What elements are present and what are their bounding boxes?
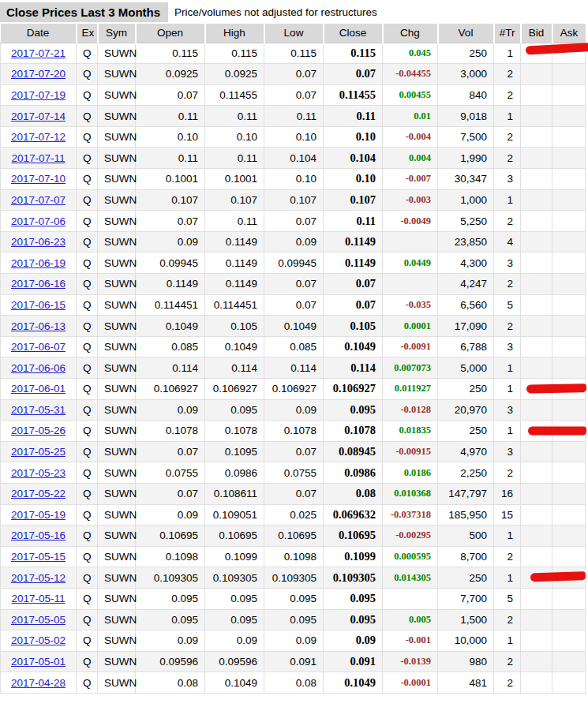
cell-ask [552,274,586,295]
cell-trades: 3 [494,336,521,357]
date-link[interactable]: 2017-06-15 [11,299,66,311]
cell-exchange: Q [77,211,98,232]
cell-ask [552,504,586,526]
table-row: 2017-06-13QSUWN0.10490.1050.10490.1050.0… [1,316,586,337]
cell-trades: 2 [494,609,521,630]
cell-ask [552,462,586,484]
cell-symbol: SUWN [98,211,136,232]
cell-close: 0.091 [324,651,383,672]
cell-close: 0.104 [324,148,383,169]
date-link[interactable]: 2017-07-19 [11,89,66,101]
cell-change: 0.045 [383,43,438,64]
cell-symbol: SUWN [98,630,136,652]
cell-date: 2017-06-23 [1,231,77,253]
cell-open: 0.09 [136,231,205,253]
cell-trades: 1 [494,43,521,64]
cell-bid [521,316,552,337]
cell-date: 2017-05-26 [1,421,77,442]
cell-low: 0.07 [264,64,324,85]
cell-ask [552,336,586,357]
cell-change: -0.0139 [383,651,438,672]
cell-bid [521,231,552,253]
cell-trades: 2 [494,84,521,106]
cell-high: 0.105 [205,316,264,337]
date-link[interactable]: 2017-05-25 [11,446,66,458]
date-link[interactable]: 2017-04-28 [11,677,66,689]
date-link[interactable]: 2017-07-21 [11,47,66,59]
date-link[interactable]: 2017-07-07 [11,194,66,206]
cell-ask [552,630,586,652]
cell-bid [521,43,552,64]
table-row: 2017-06-06QSUWN0.1140.1140.1140.1140.007… [1,357,586,379]
cell-high: 0.095 [205,588,264,609]
cell-symbol: SUWN [98,336,136,357]
cell-bid [521,336,552,357]
cell-bid [521,399,552,421]
cell-high: 0.108611 [205,483,264,504]
date-link[interactable]: 2017-05-02 [11,634,66,646]
date-link[interactable]: 2017-06-16 [11,278,66,290]
date-link[interactable]: 2017-06-19 [11,257,66,269]
cell-low: 0.10 [264,169,324,190]
cell-close: 0.095 [324,588,383,609]
cell-open: 0.1098 [136,546,205,567]
date-link[interactable]: 2017-05-01 [11,656,66,668]
cell-low: 0.08 [264,672,324,694]
cell-ask [552,357,586,379]
cell-change [383,274,438,295]
column-header-ask: Ask [552,24,586,43]
cell-high: 0.1149 [205,231,264,253]
date-link[interactable]: 2017-07-10 [11,173,66,185]
cell-volume: 4,970 [438,441,494,462]
date-link[interactable]: 2017-07-14 [11,110,66,122]
cell-open: 0.1078 [136,421,205,442]
date-link[interactable]: 2017-07-12 [11,131,66,143]
cell-volume: 250 [438,421,494,442]
cell-open: 0.10 [136,126,205,148]
cell-high: 0.1049 [205,336,264,357]
date-link[interactable]: 2017-07-20 [11,68,66,80]
date-link[interactable]: 2017-06-23 [11,236,66,248]
cell-bid [521,651,552,672]
cell-trades: 3 [494,253,521,274]
cell-date: 2017-05-11 [1,588,77,609]
date-link[interactable]: 2017-05-22 [11,488,66,499]
cell-volume: 250 [438,379,494,400]
date-link[interactable]: 2017-06-01 [11,383,66,395]
date-link[interactable]: 2017-06-07 [11,341,66,353]
cell-date: 2017-06-16 [1,274,77,295]
cell-ask [552,526,586,547]
date-link[interactable]: 2017-06-13 [11,320,66,332]
cell-date: 2017-05-15 [1,546,77,567]
date-link[interactable]: 2017-05-15 [11,551,66,563]
date-link[interactable]: 2017-05-05 [11,614,66,626]
cell-date: 2017-06-15 [1,294,77,316]
cell-date: 2017-07-19 [1,84,77,106]
cell-ask [552,316,586,337]
cell-symbol: SUWN [98,588,136,609]
cell-date: 2017-07-06 [1,211,77,232]
cell-volume: 30,347 [438,169,494,190]
date-link[interactable]: 2017-07-06 [11,215,66,227]
date-link[interactable]: 2017-05-31 [11,404,66,416]
cell-low: 0.107 [264,189,324,211]
date-link[interactable]: 2017-05-12 [11,572,66,584]
date-link[interactable]: 2017-06-06 [11,362,66,374]
date-link[interactable]: 2017-05-26 [11,425,66,436]
date-link[interactable]: 2017-05-23 [11,467,66,479]
cell-high: 0.11 [205,106,264,127]
date-link[interactable]: 2017-05-19 [11,509,66,521]
date-link[interactable]: 2017-05-16 [11,529,66,541]
table-row: 2017-05-11QSUWN0.0950.0950.0950.0957,700… [1,588,586,609]
cell-trades: 2 [494,546,521,567]
table-row: 2017-07-19QSUWN0.070.114550.070.114550.0… [1,84,586,106]
cell-low: 0.1078 [264,421,324,442]
date-link[interactable]: 2017-07-11 [11,152,65,164]
cell-symbol: SUWN [98,526,136,547]
cell-volume: 4,247 [438,274,494,295]
date-link[interactable]: 2017-05-11 [11,593,65,604]
cell-high: 0.09 [205,630,264,652]
cell-high: 0.11 [205,211,264,232]
cell-volume: 481 [438,672,494,694]
cell-close: 0.105 [324,316,383,337]
